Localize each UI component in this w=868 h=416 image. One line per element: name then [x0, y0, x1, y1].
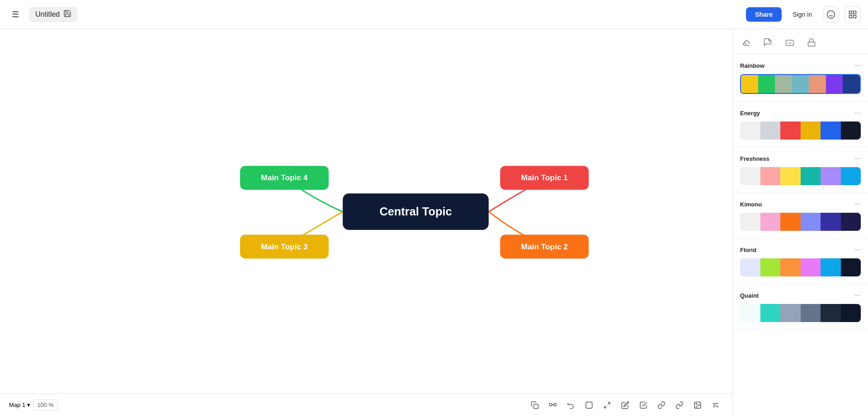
color-palette-0[interactable] [740, 74, 861, 94]
header-right: Share Sign in [746, 6, 861, 23]
tab-sticky[interactable] [762, 34, 774, 54]
color-swatch-4-4[interactable] [821, 258, 841, 276]
signin-button[interactable]: Sign in [787, 7, 817, 22]
color-swatch-0-0[interactable] [741, 75, 758, 93]
layout-button[interactable] [844, 6, 861, 23]
color-swatch-2-4[interactable] [821, 167, 841, 185]
palette-header-4: Florid··· [740, 246, 861, 254]
color-swatch-1-5[interactable] [841, 122, 861, 140]
canvas-area[interactable]: Central Topic Main Topic 4 Main Topic 1 … [0, 29, 732, 393]
color-palette-3[interactable] [740, 213, 861, 231]
map-label: Map 1 [9, 402, 25, 408]
svg-rect-12 [534, 404, 538, 408]
color-swatch-4-0[interactable] [740, 258, 760, 276]
tab-lock[interactable] [805, 34, 818, 54]
color-swatch-3-0[interactable] [740, 213, 760, 231]
color-swatch-0-3[interactable] [792, 75, 809, 93]
undo-tool[interactable] [563, 397, 579, 413]
palette-section-rainbow: Rainbow··· [733, 54, 868, 102]
bottom-center [527, 397, 723, 413]
chain-tool[interactable] [672, 397, 687, 413]
color-swatch-4-3[interactable] [801, 258, 821, 276]
topic2-label: Main Topic 2 [521, 242, 568, 251]
color-swatch-3-3[interactable] [801, 213, 821, 231]
check-tool[interactable] [636, 397, 651, 413]
color-swatch-2-0[interactable] [740, 167, 760, 185]
group-tool[interactable] [545, 397, 561, 413]
palette-section-kimono: Kimono··· [733, 193, 868, 238]
expand-tool[interactable] [599, 397, 615, 413]
color-swatch-0-5[interactable] [826, 75, 843, 93]
palette-title-0: Rainbow [740, 62, 764, 69]
palette-section-quaint: Quaint··· [733, 284, 868, 330]
color-swatch-1-0[interactable] [740, 122, 760, 140]
link-tool[interactable] [654, 397, 669, 413]
note-tool[interactable] [618, 397, 633, 413]
color-swatch-5-5[interactable] [841, 304, 861, 322]
color-swatch-4-5[interactable] [841, 258, 861, 276]
color-swatch-1-1[interactable] [760, 122, 781, 140]
color-swatch-3-5[interactable] [841, 213, 861, 231]
save-icon[interactable] [63, 9, 71, 19]
palette-header-0: Rainbow··· [740, 61, 861, 70]
palette-more-2[interactable]: ··· [855, 154, 861, 163]
image-tool[interactable] [690, 397, 705, 413]
color-palette-1[interactable] [740, 122, 861, 140]
zoom-display: 100 % [33, 399, 58, 411]
map-selector[interactable]: Map 1 ▾ [9, 402, 30, 408]
color-swatch-3-4[interactable] [821, 213, 841, 231]
color-swatch-2-1[interactable] [760, 167, 781, 185]
palette-more-4[interactable]: ··· [855, 246, 861, 254]
color-swatch-0-1[interactable] [758, 75, 775, 93]
color-palette-5[interactable] [740, 304, 861, 322]
color-swatch-0-6[interactable] [843, 75, 860, 93]
palette-more-1[interactable]: ··· [855, 109, 861, 117]
header-left: ☰ Untitled [7, 6, 78, 23]
svg-rect-3 [849, 11, 852, 14]
color-swatch-2-5[interactable] [841, 167, 861, 185]
frame-tool[interactable] [581, 397, 597, 413]
palette-title-3: Kimono [740, 201, 762, 208]
color-swatch-2-3[interactable] [801, 167, 821, 185]
bottom-left: Map 1 ▾ 100 % [9, 399, 58, 411]
color-swatch-3-2[interactable] [780, 213, 801, 231]
menu-button[interactable]: ☰ [7, 6, 24, 23]
copy-tool[interactable] [527, 397, 542, 413]
tab-eraser[interactable] [740, 34, 753, 54]
palette-more-0[interactable]: ··· [855, 61, 861, 70]
palette-title-5: Quaint [740, 292, 759, 299]
color-swatch-0-2[interactable] [775, 75, 792, 93]
color-palette-2[interactable] [740, 167, 861, 185]
color-palette-4[interactable] [740, 258, 861, 276]
svg-rect-5 [849, 15, 852, 18]
color-swatch-5-2[interactable] [780, 304, 801, 322]
right-panel: Rainbow···Energy···Freshness···Kimono···… [732, 29, 868, 416]
share-button[interactable]: Share [746, 7, 782, 22]
document-title: Untitled [35, 10, 60, 19]
palette-more-5[interactable]: ··· [855, 291, 861, 299]
topic3-label: Main Topic 3 [261, 242, 307, 251]
bottom-toolbar: Map 1 ▾ 100 % [0, 393, 732, 416]
color-swatch-4-1[interactable] [760, 258, 781, 276]
central-topic-label: Central Topic [379, 205, 452, 218]
color-swatch-5-1[interactable] [760, 304, 781, 322]
header: ☰ Untitled Share Sign in [0, 0, 868, 29]
tab-shortcut[interactable] [783, 34, 796, 54]
svg-rect-22 [786, 40, 794, 46]
color-swatch-2-2[interactable] [780, 167, 801, 185]
mindmap[interactable]: Central Topic Main Topic 4 Main Topic 1 … [0, 29, 732, 393]
palette-more-3[interactable]: ··· [855, 200, 861, 208]
color-swatch-1-2[interactable] [780, 122, 801, 140]
color-swatch-5-4[interactable] [821, 304, 841, 322]
formula-tool[interactable] [708, 397, 723, 413]
color-swatch-0-4[interactable] [809, 75, 826, 93]
color-swatch-1-3[interactable] [801, 122, 821, 140]
color-swatch-4-2[interactable] [780, 258, 801, 276]
emoji-button[interactable] [823, 6, 839, 23]
color-swatch-5-0[interactable] [740, 304, 760, 322]
color-swatch-5-3[interactable] [801, 304, 821, 322]
color-swatch-3-1[interactable] [760, 213, 781, 231]
palette-header-3: Kimono··· [740, 200, 861, 208]
color-swatch-1-4[interactable] [821, 122, 841, 140]
title-area: Untitled [29, 7, 78, 22]
